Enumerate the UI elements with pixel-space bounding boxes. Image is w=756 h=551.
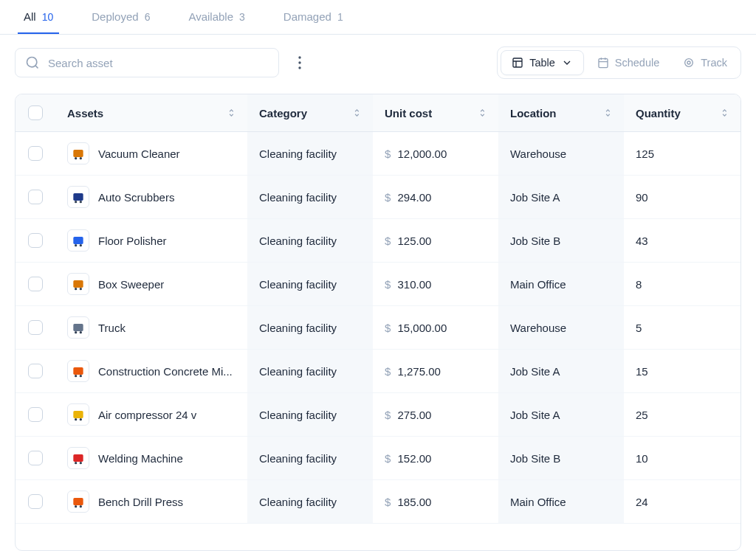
view-schedule-button[interactable]: Schedule — [587, 51, 670, 74]
category-cell: Cleaning facility — [247, 350, 373, 393]
table-row[interactable]: Bench Drill PressCleaning facility$ 185.… — [16, 480, 740, 524]
quantity-cell: 125 — [624, 132, 740, 176]
row-checkbox[interactable] — [28, 494, 43, 509]
location-cell: Job Site B — [498, 437, 624, 480]
asset-name: Truck — [98, 322, 126, 334]
location-cell: Warehouse — [498, 306, 624, 350]
cost-amount: 310.00 — [398, 278, 432, 291]
more-button[interactable] — [291, 51, 309, 74]
table-icon — [512, 57, 523, 69]
search-input[interactable] — [15, 48, 279, 77]
cost-amount: 12,000.00 — [398, 148, 447, 160]
unit-cost-cell: $ 15,000.00 — [373, 306, 498, 350]
svg-point-21 — [75, 331, 77, 333]
table-row[interactable]: Air compressor 24 vCleaning facility$ 27… — [16, 393, 740, 437]
svg-point-19 — [80, 288, 82, 290]
asset-thumbnail — [67, 360, 89, 382]
sort-icon — [478, 108, 488, 118]
asset-name: Construction Concrete Mi... — [98, 365, 233, 378]
asset-thumbnail — [67, 447, 89, 469]
svg-point-28 — [80, 418, 82, 420]
column-unit-cost[interactable]: Unit cost — [373, 94, 498, 132]
cost-amount: 275.00 — [398, 409, 432, 421]
more-vertical-icon — [298, 56, 301, 69]
tab-available[interactable]: Available3 — [182, 0, 250, 34]
svg-point-6 — [685, 59, 693, 67]
svg-rect-4 — [513, 58, 522, 67]
row-checkbox[interactable] — [28, 451, 43, 465]
column-category[interactable]: Category — [247, 94, 373, 132]
location-cell: Main Office — [498, 263, 624, 306]
sort-icon — [227, 108, 237, 118]
sort-icon — [720, 108, 730, 118]
unit-cost-cell: $ 310.00 — [373, 263, 498, 306]
tab-label: All — [24, 10, 36, 23]
currency-symbol: $ — [385, 148, 391, 160]
asset-cell: Auto Scrubbers — [55, 176, 247, 219]
currency-symbol: $ — [385, 496, 391, 508]
unit-cost-cell: $ 125.00 — [373, 219, 498, 263]
currency-symbol: $ — [385, 322, 391, 334]
asset-cell: Box Sweeper — [55, 263, 247, 306]
row-checkbox[interactable] — [28, 320, 43, 335]
row-checkbox[interactable] — [28, 407, 43, 422]
table-row[interactable]: Box SweeperCleaning facility$ 310.00Main… — [16, 263, 740, 306]
category-cell: Cleaning facility — [247, 437, 373, 480]
location-cell: Job Site B — [498, 219, 624, 263]
quantity-cell: 90 — [624, 176, 740, 219]
column-location[interactable]: Location — [498, 94, 624, 132]
quantity-cell: 8 — [624, 263, 740, 306]
svg-rect-11 — [73, 193, 83, 201]
row-checkbox[interactable] — [28, 364, 43, 378]
column-assets[interactable]: Assets — [55, 94, 247, 132]
tab-count: 3 — [239, 11, 245, 23]
unit-cost-cell: $ 12,000.00 — [373, 132, 498, 176]
view-table-button[interactable]: Table — [501, 50, 584, 75]
svg-point-24 — [75, 375, 77, 377]
column-quantity-label: Quantity — [636, 107, 681, 119]
table-row[interactable]: TruckCleaning facility$ 15,000.00Warehou… — [16, 306, 740, 350]
quantity-cell: 15 — [624, 350, 740, 393]
tab-deployed[interactable]: Deployed6 — [86, 0, 156, 34]
table-row[interactable]: Floor PolisherCleaning facility$ 125.00J… — [16, 219, 740, 263]
currency-symbol: $ — [385, 235, 391, 247]
row-checkbox[interactable] — [28, 233, 43, 248]
svg-point-9 — [75, 157, 77, 159]
cost-amount: 125.00 — [398, 235, 432, 247]
asset-name: Bench Drill Press — [98, 496, 183, 508]
tab-damaged[interactable]: Damaged1 — [278, 0, 349, 34]
row-checkbox[interactable] — [28, 146, 43, 161]
view-table-label: Table — [529, 57, 555, 69]
row-checkbox[interactable] — [28, 190, 43, 204]
column-quantity[interactable]: Quantity — [624, 94, 740, 132]
svg-rect-17 — [73, 280, 83, 288]
row-checkbox[interactable] — [28, 277, 43, 291]
category-cell: Cleaning facility — [247, 306, 373, 350]
asset-name: Box Sweeper — [98, 278, 164, 291]
quantity-cell: 43 — [624, 219, 740, 263]
location-cell: Main Office — [498, 480, 624, 524]
table-row[interactable]: Construction Concrete Mi...Cleaning faci… — [16, 350, 740, 393]
asset-name: Vacuum Cleaner — [98, 148, 180, 160]
select-all-checkbox[interactable] — [28, 105, 43, 120]
view-track-button[interactable]: Track — [673, 51, 738, 74]
category-cell: Cleaning facility — [247, 393, 373, 437]
table-row[interactable]: Vacuum CleanerCleaning facility$ 12,000.… — [16, 132, 740, 176]
tab-label: Damaged — [284, 10, 331, 23]
chevron-down-icon — [561, 57, 573, 69]
table-row[interactable]: Welding MachineCleaning facility$ 152.00… — [16, 437, 740, 480]
currency-symbol: $ — [385, 191, 391, 204]
unit-cost-cell: $ 1,275.00 — [373, 350, 498, 393]
asset-icon — [71, 320, 86, 335]
asset-name: Air compressor 24 v — [98, 409, 196, 421]
tab-all[interactable]: All10 — [18, 0, 59, 34]
row-select-cell — [16, 480, 55, 524]
svg-rect-20 — [73, 324, 83, 331]
tab-count: 10 — [42, 11, 54, 23]
asset-cell: Bench Drill Press — [55, 480, 247, 524]
table-row[interactable]: Auto ScrubbersCleaning facility$ 294.00J… — [16, 176, 740, 219]
row-select-cell — [16, 306, 55, 350]
asset-cell: Vacuum Cleaner — [55, 132, 247, 176]
currency-symbol: $ — [385, 409, 391, 421]
svg-point-16 — [80, 244, 82, 246]
